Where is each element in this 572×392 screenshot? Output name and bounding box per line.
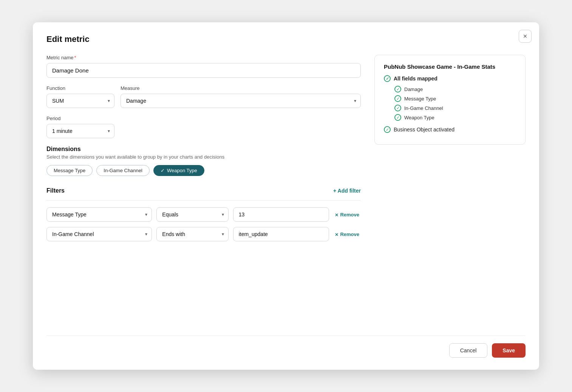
function-select[interactable]: SUM AVG COUNT MIN MAX xyxy=(46,94,114,108)
period-select-wrapper: 1 minute 5 minutes 15 minutes 1 hour ▾ xyxy=(46,124,114,138)
modal-header: Edit metric xyxy=(46,34,526,44)
measure-select-wrapper: Damage Message Type In-Game Channel Weap… xyxy=(121,94,361,108)
filter-row-2: Message Type In-Game Channel Weapon Type… xyxy=(46,227,361,241)
filter-remove-button-1[interactable]: × Remove xyxy=(334,211,361,218)
all-fields-check-icon: ✓ xyxy=(384,75,391,82)
filters-header: Filters + Add filter xyxy=(46,187,361,194)
info-card-title: PubNub Showcase Game - In-Game Stats xyxy=(384,63,516,70)
filter-value-1 xyxy=(233,207,329,222)
filter-value-input-2[interactable] xyxy=(233,227,329,241)
damage-check-icon: ✓ xyxy=(394,86,401,93)
dimension-chip-in-game-channel[interactable]: In-Game Channel xyxy=(96,165,150,176)
filter-op-select-wrapper-2: Equals Not equals Contains Starts with E… xyxy=(156,227,228,241)
all-fields-mapped-item: ✓ All fields mapped xyxy=(384,75,516,82)
function-label: Function xyxy=(46,85,114,91)
left-panel: Metric name* Function SUM AVG COUNT MIN … xyxy=(46,55,361,324)
metric-name-label: Metric name* xyxy=(46,55,361,60)
measure-label: Measure xyxy=(121,85,361,91)
filter-op-select-2[interactable]: Equals Not equals Contains Starts with E… xyxy=(156,227,228,241)
right-panel: PubNub Showcase Game - In-Game Stats ✓ A… xyxy=(374,55,526,324)
filter-op-select-1[interactable]: Equals Not equals Contains Starts with E… xyxy=(156,207,228,222)
footer: Cancel Save xyxy=(46,335,526,358)
filter-divider xyxy=(46,200,361,201)
measure-select[interactable]: Damage Message Type In-Game Channel Weap… xyxy=(121,94,361,108)
period-select-wrapper-container: 1 minute 5 minutes 15 minutes 1 hour ▾ xyxy=(46,124,114,138)
filter-op-1: Equals Not equals Contains Starts with E… xyxy=(156,207,228,222)
dimension-chip-weapon-type[interactable]: ✓ Weapon Type xyxy=(153,165,204,176)
field-in-game-channel: ✓ In-Game Channel xyxy=(394,105,516,111)
function-measure-row: Function SUM AVG COUNT MIN MAX ▾ Measure xyxy=(46,85,361,108)
info-card: PubNub Showcase Game - In-Game Stats ✓ A… xyxy=(374,55,526,145)
remove-label-2: Remove xyxy=(340,231,359,237)
filter-field-1: Message Type In-Game Channel Weapon Type… xyxy=(46,207,152,222)
dimensions-title: Dimensions xyxy=(46,146,361,153)
filter-field-select-1[interactable]: Message Type In-Game Channel Weapon Type xyxy=(46,207,152,222)
in-game-channel-label: In-Game Channel xyxy=(404,105,443,111)
filter-field-select-2[interactable]: Message Type In-Game Channel Weapon Type xyxy=(46,227,152,241)
filter-op-select-wrapper-1: Equals Not equals Contains Starts with E… xyxy=(156,207,228,222)
damage-label: Damage xyxy=(404,86,423,92)
filter-field-2: Message Type In-Game Channel Weapon Type… xyxy=(46,227,152,241)
dimension-chip-weapon-type-check: ✓ xyxy=(161,168,165,173)
cancel-button[interactable]: Cancel xyxy=(449,343,488,358)
dimension-chip-weapon-type-label: Weapon Type xyxy=(167,168,197,173)
filter-value-2 xyxy=(233,227,329,241)
all-fields-label: All fields mapped xyxy=(394,76,438,82)
remove-x-icon-2: × xyxy=(335,231,339,238)
filter-field-select-wrapper-1: Message Type In-Game Channel Weapon Type… xyxy=(46,207,152,222)
field-weapon-type: ✓ Weapon Type xyxy=(394,114,516,121)
message-type-check-icon: ✓ xyxy=(394,95,401,102)
business-object-label: Business Object activated xyxy=(394,127,455,133)
filter-row-1: Message Type In-Game Channel Weapon Type… xyxy=(46,207,361,222)
filters-section: Filters + Add filter Message Type In-Gam… xyxy=(46,187,361,247)
function-select-wrapper: SUM AVG COUNT MIN MAX ▾ xyxy=(46,94,114,108)
message-type-label: Message Type xyxy=(404,96,436,102)
period-select[interactable]: 1 minute 5 minutes 15 minutes 1 hour xyxy=(46,124,114,138)
add-filter-label: + Add filter xyxy=(333,188,361,194)
remove-label-1: Remove xyxy=(340,212,359,218)
close-icon: × xyxy=(523,32,527,40)
remove-x-icon-1: × xyxy=(335,211,339,218)
filter-remove-button-2[interactable]: × Remove xyxy=(334,231,361,238)
metric-name-input[interactable] xyxy=(46,63,361,78)
required-indicator: * xyxy=(74,55,76,60)
filter-op-2: Equals Not equals Contains Starts with E… xyxy=(156,227,228,241)
dimensions-desc: Select the dimensions you want available… xyxy=(46,154,361,160)
dimension-chip-message-type[interactable]: Message Type xyxy=(46,165,93,176)
field-message-type: ✓ Message Type xyxy=(394,95,516,102)
modal-title: Edit metric xyxy=(46,34,90,44)
filter-value-input-1[interactable] xyxy=(233,207,329,222)
business-object-item: ✓ Business Object activated xyxy=(384,126,516,133)
dimension-chip-in-game-channel-label: In-Game Channel xyxy=(104,168,142,173)
filters-title: Filters xyxy=(46,187,65,194)
weapon-type-label: Weapon Type xyxy=(404,115,434,120)
field-damage: ✓ Damage xyxy=(394,86,516,93)
save-button[interactable]: Save xyxy=(492,343,526,358)
metric-name-field: Metric name* xyxy=(46,55,361,78)
dimensions-chips: Message Type In-Game Channel ✓ Weapon Ty… xyxy=(46,165,361,176)
add-filter-button[interactable]: + Add filter xyxy=(333,188,361,194)
edit-metric-modal: × Edit metric Metric name* Function SU xyxy=(33,22,539,370)
dimensions-section: Dimensions Select the dimensions you wan… xyxy=(46,146,361,176)
dimension-chip-message-type-label: Message Type xyxy=(54,168,85,173)
in-game-channel-check-icon: ✓ xyxy=(394,105,401,111)
close-button[interactable]: × xyxy=(519,30,532,43)
main-layout: Metric name* Function SUM AVG COUNT MIN … xyxy=(46,55,526,324)
period-label: Period xyxy=(46,116,361,121)
filter-field-select-wrapper-2: Message Type In-Game Channel Weapon Type… xyxy=(46,227,152,241)
period-field: Period 1 minute 5 minutes 15 minutes 1 h… xyxy=(46,116,361,138)
business-object-check-icon: ✓ xyxy=(384,126,391,133)
function-field: Function SUM AVG COUNT MIN MAX ▾ xyxy=(46,85,114,108)
weapon-type-check-icon: ✓ xyxy=(394,114,401,121)
measure-field: Measure Damage Message Type In-Game Chan… xyxy=(121,85,361,108)
